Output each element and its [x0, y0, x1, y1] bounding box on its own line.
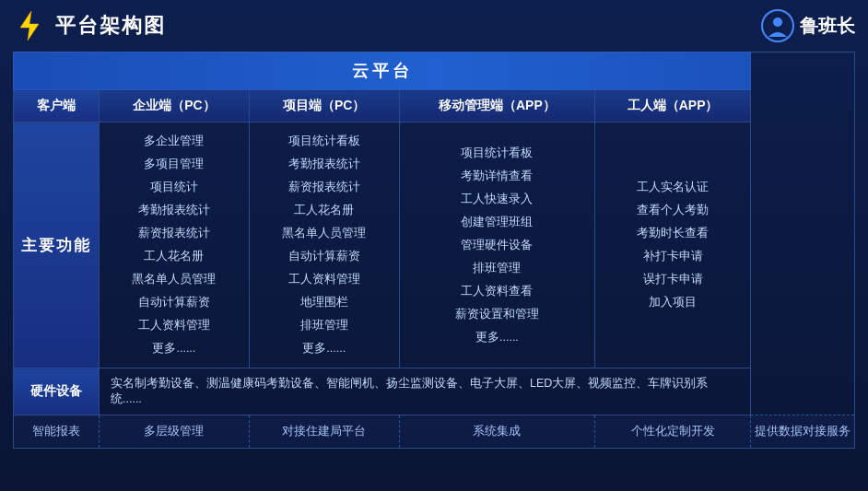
project-feature-10: 更多...... [255, 337, 393, 360]
enterprise-feature-4: 考勤报表统计 [105, 199, 243, 222]
project-feature-9: 排班管理 [255, 314, 393, 337]
svg-marker-0 [20, 11, 39, 41]
cloud-label: 云平台 [14, 53, 751, 90]
brand-icon [761, 9, 794, 42]
project-feature-4: 工人花名册 [255, 199, 393, 222]
col-mobile: 移动管理端（APP） [399, 90, 595, 123]
worker-feature-1: 工人实名认证 [601, 176, 745, 199]
feature-3: 对接住建局平台 [249, 415, 399, 449]
enterprise-feature-7: 黑名单人员管理 [105, 268, 243, 291]
col-client: 客户端 [14, 90, 100, 123]
worker-feature-3: 考勤时长查看 [601, 222, 745, 245]
logo-icon [13, 9, 46, 42]
mobile-feature-2: 考勤详情查看 [405, 165, 590, 188]
enterprise-feature-8: 自动计算薪资 [105, 291, 243, 314]
enterprise-feature-6: 工人花名册 [105, 245, 243, 268]
brand-logo: 鲁班长 [761, 9, 855, 42]
project-feature-7: 工人资料管理 [255, 268, 393, 291]
bottom-features-row: 智能报表 多层级管理 对接住建局平台 系统集成 个性化定制开发 提供数据对接服务 [14, 415, 855, 449]
enterprise-feature-10: 更多...... [105, 337, 243, 360]
project-feature-2: 考勤报表统计 [255, 153, 393, 176]
feature-5: 个性化定制开发 [595, 415, 751, 449]
feature-1: 智能报表 [14, 415, 100, 449]
col-headers-row: 客户端 企业端（PC） 项目端（PC） 移动管理端（APP） 工人端（APP） [14, 90, 855, 123]
feature-6: 提供数据对接服务 [751, 415, 855, 449]
main-functions-label: 主要功能 [14, 123, 100, 368]
mobile-features-cell: 项目统计看板 考勤详情查看 工人快速录入 创建管理班组 管理硬件设备 排班管理 … [399, 123, 595, 368]
header-left: 平台架构图 [13, 9, 166, 42]
cloud-row: 云平台 [14, 53, 855, 90]
mobile-feature-4: 创建管理班组 [405, 211, 590, 234]
enterprise-feature-3: 项目统计 [105, 176, 243, 199]
project-feature-1: 项目统计看板 [255, 130, 393, 153]
col-project: 项目端（PC） [249, 90, 399, 123]
hardware-row: 硬件设备 实名制考勤设备、测温健康码考勤设备、智能闸机、扬尘监测设备、电子大屏、… [14, 368, 855, 415]
feature-2: 多层级管理 [99, 415, 249, 449]
project-features-cell: 项目统计看板 考勤报表统计 薪资报表统计 工人花名册 黑名单人员管理 自动计算薪… [249, 123, 399, 368]
worker-feature-2: 查看个人考勤 [601, 199, 745, 222]
project-feature-6: 自动计算薪资 [255, 245, 393, 268]
worker-feature-6: 加入项目 [601, 291, 745, 314]
svg-point-2 [773, 18, 782, 27]
col-enterprise: 企业端（PC） [99, 90, 249, 123]
worker-features-cell: 工人实名认证 查看个人考勤 考勤时长查看 补打卡申请 误打卡申请 加入项目 [595, 123, 751, 368]
page-title: 平台架构图 [55, 12, 166, 40]
brand-name: 鲁班长 [800, 14, 855, 39]
hardware-content: 实名制考勤设备、测温健康码考勤设备、智能闸机、扬尘监测设备、电子大屏、LED大屏… [99, 368, 750, 415]
project-feature-5: 黑名单人员管理 [255, 222, 393, 245]
enterprise-feature-5: 薪资报表统计 [105, 222, 243, 245]
architecture-table: 云平台 客户端 企业端（PC） 项目端（PC） 移动管理端（APP） 工人端（A… [13, 52, 855, 449]
enterprise-feature-9: 工人资料管理 [105, 314, 243, 337]
worker-feature-4: 补打卡申请 [601, 245, 745, 268]
worker-feature-5: 误打卡申请 [601, 268, 745, 291]
feature-4: 系统集成 [399, 415, 595, 449]
header: 平台架构图 鲁班长 [13, 9, 855, 42]
project-feature-3: 薪资报表统计 [255, 176, 393, 199]
hardware-label: 硬件设备 [14, 368, 100, 415]
mobile-feature-8: 薪资设置和管理 [405, 303, 590, 326]
enterprise-feature-2: 多项目管理 [105, 153, 243, 176]
mobile-feature-7: 工人资料查看 [405, 280, 590, 303]
mobile-feature-9: 更多...... [405, 326, 590, 349]
main-container: 平台架构图 鲁班长 云平台 客户端 企业端（PC） 项目端（PC） 移动管理端（… [0, 0, 868, 491]
main-functions-row: 主要功能 多企业管理 多项目管理 项目统计 考勤报表统计 薪资报表统计 工人花名… [14, 123, 855, 368]
project-feature-8: 地理围栏 [255, 291, 393, 314]
enterprise-features-cell: 多企业管理 多项目管理 项目统计 考勤报表统计 薪资报表统计 工人花名册 黑名单… [99, 123, 249, 368]
mobile-feature-5: 管理硬件设备 [405, 234, 590, 257]
mobile-feature-3: 工人快速录入 [405, 188, 590, 211]
col-worker: 工人端（APP） [595, 90, 751, 123]
enterprise-feature-1: 多企业管理 [105, 130, 243, 153]
mobile-feature-1: 项目统计看板 [405, 142, 590, 165]
mobile-feature-6: 排班管理 [405, 257, 590, 280]
